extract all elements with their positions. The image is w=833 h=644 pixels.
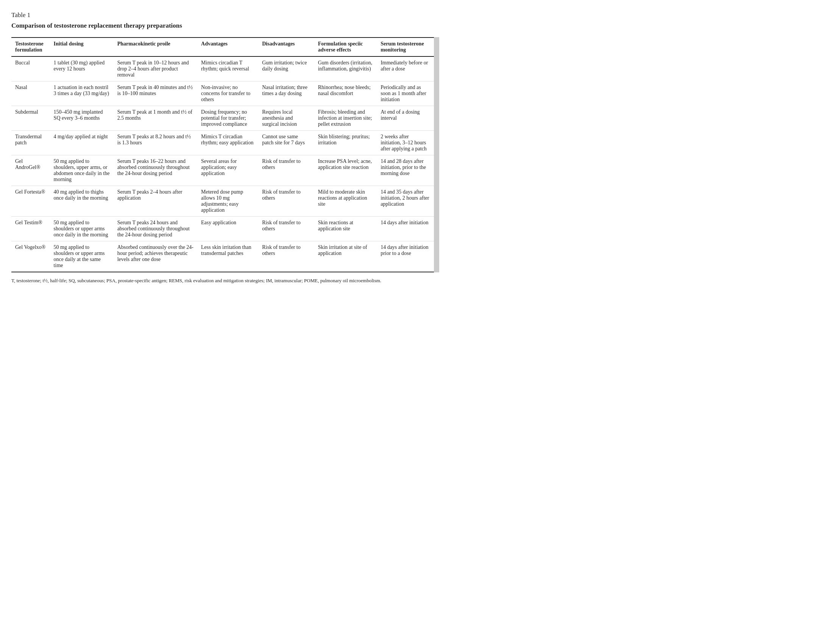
cell-r7-c6: 14 days after initiation prior to a dose xyxy=(377,242,434,272)
cell-r0-c4: Gum irritation; twice daily dosing xyxy=(258,56,314,81)
cell-r6-c1: 50 mg applied to shoulders or upper arms… xyxy=(50,217,114,242)
cell-r5-c2: Serum T peaks 2–4 hours after applicatio… xyxy=(114,186,197,217)
cell-r6-c0: Gel Testim® xyxy=(11,217,50,242)
table-row: Gel AndroGel®50 mg applied to shoulders,… xyxy=(11,155,434,186)
table-row: Gel Fortesta®40 mg applied to thighs onc… xyxy=(11,186,434,217)
table-row: Transdermal patch4 mg/day applied at nig… xyxy=(11,131,434,155)
cell-r5-c6: 14 and 35 days after initiation, 2 hours… xyxy=(377,186,434,217)
cell-r3-c1: 4 mg/day applied at night xyxy=(50,131,114,155)
col-header-formulation: Testosteroneformulation xyxy=(11,37,50,56)
cell-r5-c0: Gel Fortesta® xyxy=(11,186,50,217)
cell-r0-c3: Mimics circadian T rhythm; quick reversa… xyxy=(197,56,258,81)
cell-r4-c4: Risk of transfer to others xyxy=(258,155,314,186)
col-header-adverse: Formulation speci​icadverse effects xyxy=(314,37,377,56)
col-header-pk: Pharmacokinetic pro​ile xyxy=(114,37,197,56)
table-row: Gel Vogelxo®50 mg applied to shoulders o… xyxy=(11,242,434,272)
table-row: Nasal1 actuation in each nostril 3 times… xyxy=(11,81,434,106)
table-row: Buccal1 tablet (30 mg) applied every 12 … xyxy=(11,56,434,81)
cell-r0-c2: Serum T peak in 10–12 hours and drop 2–4… xyxy=(114,56,197,81)
cell-r6-c3: Easy application xyxy=(197,217,258,242)
cell-r3-c3: Mimics T circadian rhythm; easy applicat… xyxy=(197,131,258,155)
cell-r1-c1: 1 actuation in each nostril 3 times a da… xyxy=(50,81,114,106)
cell-r2-c4: Requires local anesthesia and surgical i… xyxy=(258,106,314,131)
cell-r7-c0: Gel Vogelxo® xyxy=(11,242,50,272)
cell-r0-c6: Immediately before or after a dose xyxy=(377,56,434,81)
cell-r0-c0: Buccal xyxy=(11,56,50,81)
table-row: Gel Testim®50 mg applied to shoulders or… xyxy=(11,217,434,242)
cell-r2-c6: At end of a dosing interval xyxy=(377,106,434,131)
cell-r2-c5: Fibrosis; bleeding and infection at inse… xyxy=(314,106,377,131)
cell-r3-c6: 2 weeks after initiation, 3–12 hours aft… xyxy=(377,131,434,155)
cell-r0-c1: 1 tablet (30 mg) applied every 12 hours xyxy=(50,56,114,81)
cell-r1-c4: Nasal irritation; three times a day dosi… xyxy=(258,81,314,106)
cell-r7-c1: 50 mg applied to shoulders or upper arms… xyxy=(50,242,114,272)
table-wrapper[interactable]: Testosteroneformulation Initial dosing P… xyxy=(11,37,439,272)
table-number: Table 1 xyxy=(11,11,439,19)
cell-r6-c5: Skin reactions at application site xyxy=(314,217,377,242)
cell-r5-c1: 40 mg applied to thighs once daily in th… xyxy=(50,186,114,217)
col-header-dosing: Initial dosing xyxy=(50,37,114,56)
cell-r5-c3: Metered dose pump allows 10 mg adjustmen… xyxy=(197,186,258,217)
cell-r4-c1: 50 mg applied to shoulders, upper arms, … xyxy=(50,155,114,186)
col-header-advantages: Advantages xyxy=(197,37,258,56)
cell-r7-c5: Skin irritation at site of application xyxy=(314,242,377,272)
cell-r5-c5: Mild to moderate skin reactions at appli… xyxy=(314,186,377,217)
cell-r6-c4: Risk of transfer to others xyxy=(258,217,314,242)
cell-r4-c3: Several areas for application; easy appl… xyxy=(197,155,258,186)
cell-r2-c0: Subdermal xyxy=(11,106,50,131)
comparison-table: Testosteroneformulation Initial dosing P… xyxy=(11,37,434,272)
col-header-disadvantages: Disadvantages xyxy=(258,37,314,56)
cell-r7-c3: Less skin irritation than transdermal pa… xyxy=(197,242,258,272)
cell-r4-c2: Serum T peaks 16–22 hours and absorbed c… xyxy=(114,155,197,186)
table-row: Subdermal150–450 mg implanted SQ every 3… xyxy=(11,106,434,131)
cell-r3-c0: Transdermal patch xyxy=(11,131,50,155)
cell-r0-c5: Gum disorders (irritation, inflammation,… xyxy=(314,56,377,81)
cell-r6-c6: 14 days after initiation xyxy=(377,217,434,242)
cell-r3-c4: Cannot use same patch site for 7 days xyxy=(258,131,314,155)
cell-r1-c5: Rhinorrhea; nose bleeds; nasal discomfor… xyxy=(314,81,377,106)
cell-r1-c6: Periodically and as soon as 1 month afte… xyxy=(377,81,434,106)
cell-r5-c4: Risk of transfer to others xyxy=(258,186,314,217)
footer-note: T, testosterone; t½, half-life; SQ, subc… xyxy=(11,278,439,284)
cell-r3-c2: Serum T peaks at 8.2 hours and t½ is 1.3… xyxy=(114,131,197,155)
cell-r1-c3: Non-invasive; no concerns for transfer t… xyxy=(197,81,258,106)
cell-r2-c3: Dosing frequency; no potential for trans… xyxy=(197,106,258,131)
cell-r7-c4: Risk of transfer to others xyxy=(258,242,314,272)
cell-r1-c0: Nasal xyxy=(11,81,50,106)
table-title: Comparison of testosterone replacement t… xyxy=(11,22,439,29)
cell-r6-c2: Serum T peaks 24 hours and absorbed cont… xyxy=(114,217,197,242)
col-header-monitoring: Serum testosteronemonitoring xyxy=(377,37,434,56)
cell-r2-c2: Serum T peak at 1 month and t½ of 2.5 mo… xyxy=(114,106,197,131)
cell-r7-c2: Absorbed continuously over the 24-hour p… xyxy=(114,242,197,272)
cell-r3-c5: Skin blistering; pruritus; irritation xyxy=(314,131,377,155)
cell-r1-c2: Serum T peak in 40 minutes and t½ is 10–… xyxy=(114,81,197,106)
cell-r2-c1: 150–450 mg implanted SQ every 3–6 months xyxy=(50,106,114,131)
cell-r4-c6: 14 and 28 days after initiation, prior t… xyxy=(377,155,434,186)
cell-r4-c0: Gel AndroGel® xyxy=(11,155,50,186)
cell-r4-c5: Increase PSA level; acne, application si… xyxy=(314,155,377,186)
